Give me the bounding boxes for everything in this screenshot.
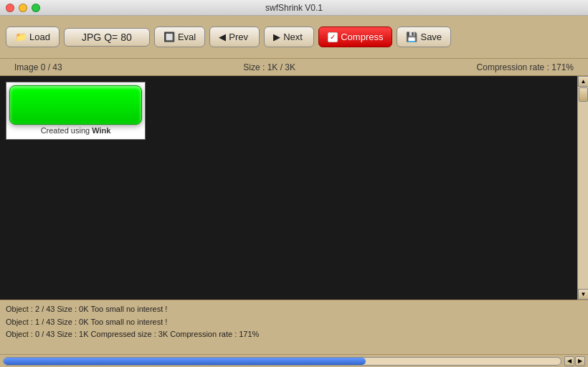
load-label: Load [29, 32, 50, 42]
title-bar: swfShrink V0.1 [0, 0, 588, 16]
compress-checkbox[interactable]: ✓ [328, 32, 338, 42]
compress-button[interactable]: ✓ Compress [318, 27, 392, 47]
thumbnail-container: Created using Wink [6, 82, 146, 140]
load-button[interactable]: 📁 Load [6, 27, 60, 47]
grid-icon: 🔲 [163, 32, 175, 42]
thumbnail-image [9, 85, 142, 125]
progress-fill [4, 358, 366, 365]
next-label: Next [283, 32, 303, 42]
status-bar: Image 0 / 43 Size : 1K / 3K Compression … [0, 59, 588, 76]
thumbnail-caption: Created using Wink [9, 125, 142, 136]
floppy-icon: 💾 [406, 32, 417, 42]
compression-info: Compression rate : 171% [477, 62, 574, 72]
scroll-right-button[interactable]: ▶ [575, 356, 585, 366]
save-button[interactable]: 💾 Save [397, 27, 451, 47]
log-line-2: Object : 1 / 43 Size : 0K Too small no i… [6, 316, 582, 329]
scrollbar-thumb[interactable] [579, 87, 588, 102]
main-canvas: Created using Wink ▲ ▼ [0, 76, 588, 300]
scroll-left-button[interactable]: ◀ [564, 356, 574, 366]
window-title: swfShrink V0.1 [265, 3, 323, 13]
eval-label: Eval [178, 32, 196, 42]
traffic-lights [6, 4, 40, 12]
next-button[interactable]: ▶ Next [264, 27, 314, 47]
size-info: Size : 1K / 3K [243, 62, 295, 72]
bottom-area: Object : 2 / 43 Size : 0K Too small no i… [0, 300, 588, 367]
main-scrollbar: ▲ ▼ [577, 76, 588, 300]
close-button[interactable] [6, 4, 14, 12]
compress-label: Compress [341, 32, 383, 42]
log-line-1: Object : 2 / 43 Size : 0K Too small no i… [6, 303, 582, 316]
progress-track [3, 357, 561, 366]
log-line-3: Object : 0 / 43 Size : 1K Compressed siz… [6, 328, 582, 341]
jpg-quality-label: JPG Q= [82, 32, 118, 43]
jpg-quality-display: JPG Q= 80 [64, 28, 150, 47]
scrollbar-down-button[interactable]: ▼ [578, 289, 588, 300]
scrollbar-track[interactable] [578, 87, 588, 289]
jpg-quality-value: 80 [120, 32, 132, 43]
folder-icon: 📁 [15, 32, 27, 42]
prev-button[interactable]: ◀ Prev [209, 27, 260, 47]
image-info: Image 0 / 43 [14, 62, 62, 72]
eval-button[interactable]: 🔲 Eval [154, 27, 205, 47]
scroll-arrows: ◀ ▶ [564, 356, 585, 366]
scrollbar-up-button[interactable]: ▲ [578, 76, 588, 87]
arrow-right-icon: ▶ [273, 32, 280, 42]
log-area: Object : 2 / 43 Size : 0K Too small no i… [0, 300, 588, 354]
caption-prefix: Created using [41, 126, 93, 135]
prev-label: Prev [229, 32, 248, 42]
save-label: Save [420, 32, 442, 42]
toolbar: 📁 Load JPG Q= 80 🔲 Eval ◀ Prev ▶ Next ✓ … [0, 16, 588, 59]
minimize-button[interactable] [19, 4, 27, 12]
caption-bold: Wink [92, 126, 110, 135]
arrow-left-icon: ◀ [219, 32, 226, 42]
maximize-button[interactable] [32, 4, 40, 12]
progress-container: ◀ ▶ [0, 354, 588, 367]
